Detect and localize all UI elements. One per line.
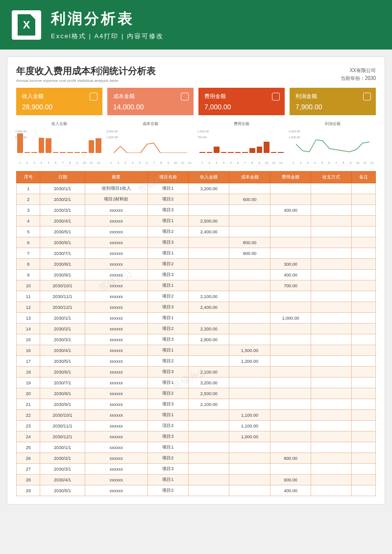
table-cell — [352, 388, 376, 399]
table-cell: 900.00 — [229, 248, 270, 259]
table-cell: 项目2 — [147, 356, 188, 367]
table-cell: 2030/10/1 — [40, 410, 85, 421]
table-cell: 2,100.00 — [189, 367, 229, 378]
table-cell — [229, 270, 270, 280]
table-cell: 2 — [17, 194, 40, 205]
table-cell — [270, 183, 311, 194]
table-cell: 项目1 — [147, 280, 188, 291]
sheet-title: 年度收入费用成本利润统计分析表 — [16, 65, 156, 77]
table-cell: xxxxxx — [85, 464, 147, 475]
table-cell: 项目2 — [147, 291, 188, 302]
table-cell — [352, 205, 376, 216]
table-header: 序号 — [17, 172, 40, 183]
table-row: 252030/1/1xxxxxx项目1 — [17, 442, 376, 453]
table-cell — [229, 227, 270, 237]
table-cell: 16 — [17, 345, 40, 356]
table-row: 202030/8/1xxxxxx项目22,500.00 — [17, 388, 376, 399]
table-cell: 项目1 — [147, 183, 188, 194]
table-cell — [352, 345, 376, 356]
table-cell: 27 — [17, 464, 40, 475]
table-cell: 26 — [17, 453, 40, 464]
table-cell — [189, 356, 229, 367]
table-cell: 项目2 — [147, 453, 188, 464]
table-cell — [352, 237, 376, 248]
card-icon — [181, 93, 189, 101]
table-cell — [189, 280, 229, 291]
table-row: 132030/1/1xxxxxx项目11,000.00 — [17, 313, 376, 324]
table-cell: 2030/2/1 — [40, 324, 85, 334]
table-cell: xxxxxx — [85, 345, 147, 356]
table-header: 备注 — [352, 172, 376, 183]
table-cell: xxxxxx — [85, 334, 147, 345]
chart-title: 费用金额 — [198, 121, 285, 126]
table-cell — [189, 431, 229, 442]
table-header: 费用金额 — [270, 172, 311, 183]
table-cell: 10 — [17, 280, 40, 291]
card-icon — [363, 93, 371, 101]
table-cell: 项目1 — [147, 378, 188, 388]
table-cell: 项目2材料款 — [85, 194, 147, 205]
summary-card: 费用金额7,000.00 — [198, 88, 285, 115]
table-row: 192030/7/1xxxxxx项目13,200.00 — [17, 378, 376, 388]
table-cell: 1 — [17, 183, 40, 194]
table-cell — [189, 421, 229, 431]
table-cell — [352, 313, 376, 324]
spreadsheet-page: 年度收入费用成本利润统计分析表 Annual income expense co… — [7, 56, 385, 504]
table-cell: 7 — [17, 248, 40, 259]
table-cell: 项目2 — [147, 388, 188, 399]
table-cell: 项目2 — [147, 227, 188, 237]
table-cell — [189, 270, 229, 280]
table-cell — [352, 421, 376, 431]
table-cell — [311, 324, 352, 334]
table-cell: 22 — [17, 410, 40, 421]
table-cell: 项目3 — [147, 431, 188, 442]
table-cell — [352, 431, 376, 442]
table-header: 收入金额 — [189, 172, 229, 183]
table-row: 172030/5/1xxxxxx项目21,200.00 — [17, 356, 376, 367]
table-cell: 2,300.00 — [189, 324, 229, 334]
table-cell: 2,500.00 — [189, 388, 229, 399]
table-cell: 2030/6/1 — [40, 367, 85, 378]
table-cell — [352, 194, 376, 205]
table-cell — [311, 216, 352, 227]
table-cell — [270, 421, 311, 431]
table-cell — [229, 388, 270, 399]
sheet-subtitle: Annual income expense cost profit statis… — [16, 78, 156, 83]
table-cell: 2030/7/1 — [40, 378, 85, 388]
table-cell: 项目1 — [147, 475, 188, 485]
table-cell — [229, 399, 270, 410]
card-icon — [272, 93, 280, 101]
chart-title: 成本金额 — [107, 121, 194, 126]
table-cell: 21 — [17, 399, 40, 410]
table-cell: 5 — [17, 227, 40, 237]
table-cell: 2,800.00 — [189, 334, 229, 345]
table-row: 42030/4/1xxxxxx项目12,500.00 — [17, 216, 376, 227]
table-cell — [189, 453, 229, 464]
table-cell: 2,500.00 — [189, 216, 229, 227]
chart-title: 收入金额 — [16, 121, 102, 126]
table-cell: xxxxxx — [85, 356, 147, 367]
table-cell: 20 — [17, 388, 40, 399]
table-cell — [352, 291, 376, 302]
table-cell: 400.00 — [270, 270, 311, 280]
table-cell — [229, 280, 270, 291]
table-cell: xxxxxx — [85, 248, 147, 259]
table-cell: 1,000.00 — [229, 431, 270, 442]
table-cell — [270, 410, 311, 421]
table-cell: 收到项目1收入 — [85, 183, 147, 194]
table-cell — [352, 270, 376, 280]
table-cell: xxxxxx — [85, 431, 147, 442]
table-row: 162030/4/1xxxxxx项目11,500.00 — [17, 345, 376, 356]
table-cell: 17 — [17, 356, 40, 367]
table-cell — [352, 442, 376, 453]
table-cell: 2030/1/1 — [40, 442, 85, 453]
table-cell: 400.00 — [270, 485, 311, 496]
table-cell: 11 — [17, 291, 40, 302]
table-cell: 项目1 — [147, 248, 188, 259]
table-cell: 6 — [17, 237, 40, 248]
table-cell — [229, 453, 270, 464]
excel-icon — [12, 10, 41, 40]
table-cell — [311, 205, 352, 216]
table-cell — [311, 410, 352, 421]
table-cell: 2030/5/1 — [40, 356, 85, 367]
